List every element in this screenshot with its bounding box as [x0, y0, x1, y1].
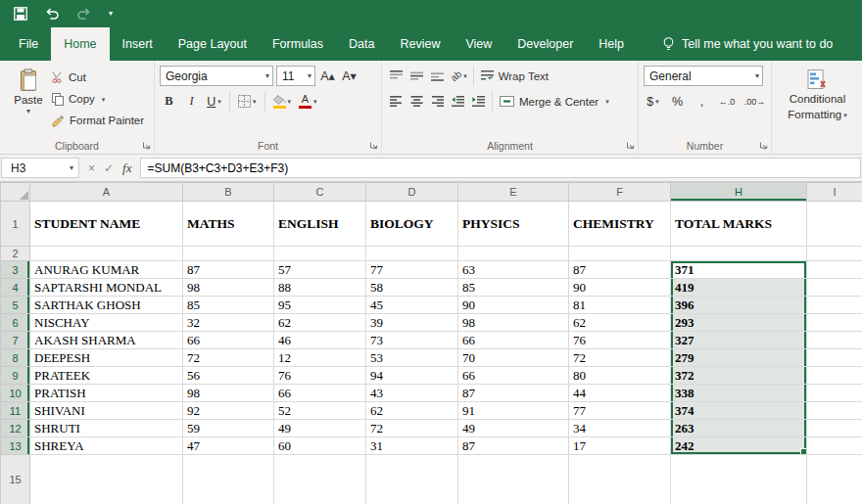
cell-E13[interactable]: 87: [458, 437, 569, 455]
middle-align-button[interactable]: [407, 66, 426, 86]
conditional-formatting-button[interactable]: Conditional Formatting ▾: [777, 64, 858, 122]
cell-B7[interactable]: 66: [183, 332, 274, 349]
tab-developer[interactable]: Developer: [504, 27, 586, 61]
cell-C7[interactable]: 46: [274, 332, 366, 349]
borders-button[interactable]: ▾: [236, 91, 259, 112]
font-name-select[interactable]: Georgia ▾: [160, 66, 273, 86]
row-header-8[interactable]: 8: [1, 349, 30, 367]
increase-indent-button[interactable]: [469, 91, 488, 112]
tab-data[interactable]: Data: [336, 27, 387, 61]
column-header-A[interactable]: A: [30, 183, 183, 202]
font-size-select[interactable]: 11 ▾: [276, 66, 315, 86]
align-left-button[interactable]: [387, 91, 406, 112]
cell-D11[interactable]: 62: [366, 402, 458, 420]
orientation-button[interactable]: ab ▾: [449, 66, 469, 86]
cell-E8[interactable]: 70: [458, 349, 569, 367]
italic-button[interactable]: I: [182, 91, 201, 112]
formula-input[interactable]: =SUM(B3+C3+D3+E3+F3): [140, 158, 861, 178]
cell-B4[interactable]: 98: [183, 279, 274, 297]
cell-D6[interactable]: 39: [366, 314, 458, 332]
save-button[interactable]: [14, 7, 27, 21]
tab-home[interactable]: Home: [51, 27, 109, 61]
row-header-9[interactable]: 9: [1, 367, 30, 385]
cell-I6[interactable]: [807, 314, 862, 332]
cell-I4[interactable]: [807, 279, 862, 297]
underline-button[interactable]: U ▾: [205, 91, 223, 112]
row-header-4[interactable]: 4: [1, 279, 30, 297]
cell-H6[interactable]: 293: [671, 314, 807, 332]
cell-D9[interactable]: 94: [366, 367, 458, 385]
select-all-button[interactable]: [1, 183, 30, 202]
cell-B11[interactable]: 92: [183, 402, 274, 420]
cell-C10[interactable]: 66: [274, 385, 366, 402]
cell-F12[interactable]: 34: [569, 420, 671, 437]
tab-review[interactable]: Review: [387, 27, 453, 61]
cell-A9[interactable]: PRATEEK: [30, 367, 183, 385]
cell-C13[interactable]: 60: [274, 437, 366, 455]
row-header-6[interactable]: 6: [1, 314, 30, 332]
tab-help[interactable]: Help: [586, 27, 637, 61]
cell-C9[interactable]: 76: [274, 367, 366, 385]
decrease-decimal-button[interactable]: .00→: [742, 91, 767, 112]
tab-insert[interactable]: Insert: [110, 27, 166, 61]
top-align-button[interactable]: [387, 66, 406, 86]
cell-D8[interactable]: 53: [366, 349, 458, 367]
merge-center-button[interactable]: Merge & Center ▾: [497, 91, 612, 112]
cell-F7[interactable]: 76: [569, 332, 671, 349]
cell-D13[interactable]: 31: [366, 437, 458, 455]
number-dialog-launcher[interactable]: [759, 141, 768, 150]
cell-H11[interactable]: 374: [671, 402, 807, 420]
cell-D5[interactable]: 45: [366, 297, 458, 314]
fill-handle[interactable]: [800, 448, 807, 455]
cell-H4[interactable]: 419: [671, 279, 807, 297]
cell-D2[interactable]: [366, 247, 458, 261]
cell-I15[interactable]: [807, 455, 862, 504]
cell-D12[interactable]: 72: [366, 420, 458, 437]
cell-E9[interactable]: 66: [458, 367, 569, 385]
fill-color-button[interactable]: ▾: [271, 91, 294, 112]
cell-I7[interactable]: [807, 332, 862, 349]
cell-A1[interactable]: STUDENT NAME: [30, 202, 183, 247]
cell-A7[interactable]: AKASH SHARMA: [30, 332, 183, 349]
increase-decimal-button[interactable]: ←.0: [717, 91, 737, 112]
cell-B6[interactable]: 32: [183, 314, 274, 332]
number-format-select[interactable]: General ▾: [644, 66, 763, 86]
cell-E6[interactable]: 98: [458, 314, 569, 332]
tab-view[interactable]: View: [453, 27, 504, 61]
cell-F2[interactable]: [569, 247, 671, 261]
cell-H7[interactable]: 327: [671, 332, 807, 349]
cell-F8[interactable]: 72: [569, 349, 671, 367]
cell-B2[interactable]: [183, 247, 274, 261]
cell-I11[interactable]: [807, 402, 862, 420]
cell-E2[interactable]: [458, 247, 569, 261]
cell-E15[interactable]: [458, 455, 569, 504]
cell-I8[interactable]: [807, 349, 862, 367]
column-header-B[interactable]: B: [183, 183, 274, 202]
cell-I12[interactable]: [807, 420, 862, 437]
insert-function-icon[interactable]: fx: [122, 160, 131, 176]
cell-F10[interactable]: 44: [569, 385, 671, 402]
cell-H3[interactable]: 371: [671, 261, 807, 279]
format-painter-button[interactable]: Format Painter: [52, 113, 144, 128]
cell-H8[interactable]: 279: [671, 349, 807, 367]
row-header-2[interactable]: 2: [1, 247, 30, 261]
column-header-I[interactable]: I: [807, 183, 862, 202]
cell-H2[interactable]: [671, 247, 807, 261]
cell-F4[interactable]: 90: [569, 279, 671, 297]
cell-C3[interactable]: 57: [274, 261, 366, 279]
percent-style-button[interactable]: %: [668, 91, 687, 112]
cell-E11[interactable]: 91: [458, 402, 569, 420]
cell-H12[interactable]: 263: [671, 420, 807, 437]
row-header-1[interactable]: 1: [1, 202, 30, 247]
row-header-7[interactable]: 7: [1, 332, 30, 349]
tab-file[interactable]: File: [6, 27, 51, 61]
paste-button[interactable]: Paste ▾: [5, 64, 52, 128]
wrap-text-button[interactable]: Wrap Text: [478, 66, 551, 86]
cell-F5[interactable]: 81: [569, 297, 671, 314]
cell-I13[interactable]: [807, 437, 862, 455]
cell-B5[interactable]: 85: [183, 297, 274, 314]
cell-A12[interactable]: SHRUTI: [30, 420, 183, 437]
cell-A8[interactable]: DEEPESH: [30, 349, 183, 367]
cell-B9[interactable]: 56: [183, 367, 274, 385]
column-header-E[interactable]: E: [458, 183, 569, 202]
